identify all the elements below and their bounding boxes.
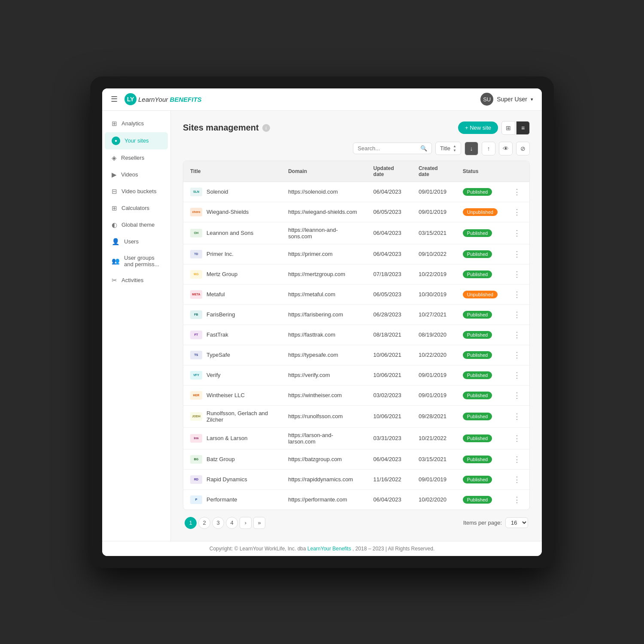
- sidebar-item-activities[interactable]: ✂ Activities: [105, 272, 168, 289]
- cell-updated: 06/04/2023: [367, 182, 412, 202]
- cell-domain: https://larson-and-larson.com: [281, 427, 366, 449]
- site-title: Mertz Group: [207, 271, 237, 277]
- user-dropdown-arrow[interactable]: ▾: [531, 97, 533, 102]
- more-button[interactable]: ⋮: [511, 370, 522, 381]
- more-button[interactable]: ⋮: [511, 249, 522, 260]
- cell-created: 03/15/2021: [412, 449, 456, 469]
- pagination-next[interactable]: ›: [240, 517, 252, 529]
- page-btn-4[interactable]: 4: [226, 517, 238, 529]
- cell-created: 09/10/2022: [412, 244, 456, 264]
- site-logo: BG: [190, 455, 202, 464]
- cell-status: Published: [456, 469, 504, 489]
- more-button[interactable]: ⋮: [511, 390, 522, 401]
- sidebar-item-video-buckets[interactable]: ⊟ Video buckets: [105, 183, 168, 200]
- more-button[interactable]: ⋮: [511, 289, 522, 300]
- sidebar-item-analytics[interactable]: ⊞ Analytics: [105, 115, 168, 132]
- cell-updated: 07/18/2023: [367, 264, 412, 284]
- site-title: Performante: [207, 496, 237, 503]
- sidebar-icon: ✂: [112, 276, 117, 284]
- footer-brand-link[interactable]: LearnYour Benefits: [307, 546, 351, 552]
- cell-domain: https://leannon-and-sons.com: [281, 222, 366, 244]
- cell-created: 09/01/2019: [412, 365, 456, 385]
- status-badge: Published: [463, 434, 492, 442]
- sidebar-item-your-sites[interactable]: ● Your sites: [105, 132, 168, 149]
- user-menu[interactable]: SU Super User ▾: [480, 93, 533, 106]
- cell-status: Published: [456, 264, 504, 284]
- new-site-button[interactable]: + New site: [458, 122, 498, 134]
- cell-created: 10/27/2021: [412, 304, 456, 325]
- view-toggle-button[interactable]: 👁: [499, 142, 513, 155]
- site-title: Larson & Larson: [207, 435, 247, 441]
- site-logo: HER: [190, 391, 202, 400]
- table-row: FB FarisBering https://farisbering.com 0…: [183, 304, 529, 325]
- sidebar-icon: ⊞: [112, 120, 117, 128]
- cell-title: TD Primer Inc.: [183, 244, 281, 264]
- status-badge: Unpublished: [463, 291, 498, 298]
- hamburger-icon[interactable]: ☰: [111, 94, 118, 104]
- sidebar-item-resellers[interactable]: ◈ Resellers: [105, 150, 168, 166]
- search-input[interactable]: [358, 145, 418, 152]
- sidebar-item-users[interactable]: 👤 Users: [105, 234, 168, 250]
- cell-domain: https://wintheiser.com: [281, 385, 366, 405]
- table-row: MG Mertz Group https://mertzgroup.com 07…: [183, 264, 529, 284]
- more-button[interactable]: ⋮: [511, 411, 522, 422]
- cell-domain: https://solenoid.com: [281, 182, 366, 202]
- cell-more: ⋮: [504, 244, 529, 264]
- more-button[interactable]: ⋮: [511, 207, 522, 218]
- more-button[interactable]: ⋮: [511, 349, 522, 361]
- cell-domain: https://verify.com: [281, 365, 366, 385]
- cell-status: Published: [456, 304, 504, 325]
- more-button[interactable]: ⋮: [511, 269, 522, 280]
- filter-toggle-button[interactable]: ⊘: [516, 142, 530, 155]
- site-logo: RD: [190, 475, 202, 484]
- more-button[interactable]: ⋮: [511, 228, 522, 239]
- more-button[interactable]: ⋮: [511, 309, 522, 320]
- cell-updated: 03/02/2023: [367, 385, 412, 405]
- more-button[interactable]: ⋮: [511, 454, 522, 465]
- page-btn-1[interactable]: 1: [185, 517, 197, 529]
- status-badge: Published: [463, 229, 492, 237]
- sidebar-label: Activities: [122, 277, 143, 283]
- status-badge: Published: [463, 188, 492, 196]
- table-row: VFY Verify https://verify.com 10/06/2021…: [183, 365, 529, 385]
- more-button[interactable]: ⋮: [511, 494, 522, 505]
- sidebar-item-calculators[interactable]: ⊞ Calculators: [105, 200, 168, 216]
- list-view-button[interactable]: ≡: [516, 121, 530, 135]
- grid-view-button[interactable]: ⊞: [501, 121, 515, 135]
- info-icon[interactable]: i: [262, 124, 270, 132]
- cell-status: Unpublished: [456, 202, 504, 222]
- more-button[interactable]: ⋮: [511, 186, 522, 197]
- sidebar-item-user-groups[interactable]: 👥 User groups and permiss...: [105, 250, 168, 272]
- footer: Copyright: © LearnYour WorkLife, Inc. db…: [102, 541, 542, 556]
- site-title: FarisBering: [207, 311, 235, 318]
- page-btn-2[interactable]: 2: [198, 517, 210, 529]
- more-button[interactable]: ⋮: [511, 433, 522, 444]
- sort-desc-button[interactable]: ↓: [465, 142, 478, 155]
- sidebar-item-videos[interactable]: ▶ Videos: [105, 167, 168, 183]
- cell-created: 09/28/2021: [412, 405, 456, 427]
- sort-arrows: ▲ ▼: [453, 144, 456, 152]
- cell-domain: https://primer.com: [281, 244, 366, 264]
- sidebar-label: Calculators: [122, 205, 149, 211]
- sidebar-icon: 👤: [112, 238, 120, 246]
- cell-status: Published: [456, 385, 504, 405]
- sidebar-icon: 👥: [112, 257, 120, 265]
- page-btn-3[interactable]: 3: [212, 517, 224, 529]
- cell-status: Unpublished: [456, 284, 504, 304]
- page-title: Sites management: [183, 123, 259, 133]
- sidebar-icon: ◈: [112, 154, 117, 162]
- sort-select[interactable]: Title ▲ ▼: [435, 142, 461, 155]
- more-button[interactable]: ⋮: [511, 329, 522, 340]
- cell-more: ⋮: [504, 264, 529, 284]
- pagination-last[interactable]: »: [253, 517, 265, 529]
- per-page-select[interactable]: 16 32 64: [505, 517, 528, 528]
- cell-more: ⋮: [504, 405, 529, 427]
- table-row: BG Batz Group https://batzgroup.com 06/0…: [183, 449, 529, 469]
- sort-asc-button[interactable]: ↑: [482, 142, 495, 155]
- sidebar-item-global-theme[interactable]: ◐ Global theme: [105, 217, 168, 233]
- more-button[interactable]: ⋮: [511, 474, 522, 485]
- logo-icon: LY: [125, 93, 137, 105]
- cell-domain: https://performante.com: [281, 489, 366, 510]
- cell-domain: https://batzgroup.com: [281, 449, 366, 469]
- search-icon[interactable]: 🔍: [420, 145, 427, 152]
